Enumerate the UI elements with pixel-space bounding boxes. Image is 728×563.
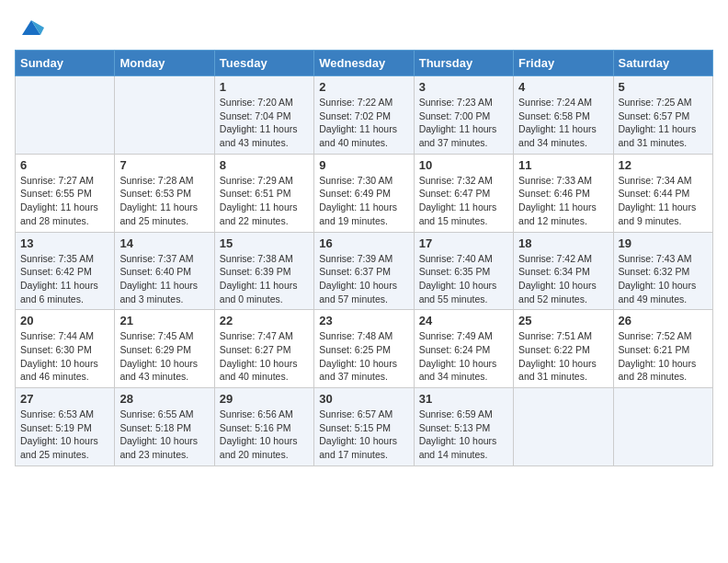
day-number: 20: [20, 314, 109, 327]
cell-text: Sunset: 6:27 PM: [220, 343, 309, 357]
cell-text: Sunset: 6:57 PM: [619, 109, 708, 123]
cell-text: Daylight: 10 hours and 40 minutes.: [220, 357, 309, 384]
week-row-1: 6Sunrise: 7:27 AMSunset: 6:55 PMDaylight…: [16, 154, 713, 232]
cell-text: Sunrise: 7:47 AM: [220, 329, 309, 343]
header-day-tuesday: Tuesday: [214, 51, 313, 76]
cell-text: Daylight: 11 hours and 9 minutes.: [619, 201, 708, 227]
page-header: [15, 15, 713, 40]
calendar-cell-4-3: 30Sunrise: 6:57 AMSunset: 5:15 PMDayligh…: [314, 388, 414, 466]
logo-icon: [18, 15, 44, 40]
week-row-2: 13Sunrise: 7:35 AMSunset: 6:42 PMDayligh…: [16, 232, 713, 310]
cell-text: Sunrise: 7:49 AM: [419, 329, 508, 343]
cell-text: Sunset: 6:34 PM: [518, 265, 608, 279]
cell-text: Daylight: 11 hours and 12 minutes.: [518, 201, 608, 227]
cell-text: Sunrise: 7:43 AM: [619, 252, 708, 266]
cell-text: Sunset: 6:40 PM: [119, 265, 209, 279]
calendar-cell-4-1: 28Sunrise: 6:55 AMSunset: 5:18 PMDayligh…: [115, 388, 214, 466]
day-number: 27: [20, 392, 109, 406]
calendar-cell-2-2: 15Sunrise: 7:38 AMSunset: 6:39 PMDayligh…: [214, 232, 313, 310]
day-number: 12: [619, 158, 708, 172]
calendar-cell-2-0: 13Sunrise: 7:35 AMSunset: 6:42 PMDayligh…: [16, 232, 115, 310]
calendar-cell-4-6: [613, 388, 712, 466]
calendar-cell-3-1: 21Sunrise: 7:45 AMSunset: 6:29 PMDayligh…: [115, 310, 214, 388]
calendar-cell-3-2: 22Sunrise: 7:47 AMSunset: 6:27 PMDayligh…: [214, 310, 313, 388]
day-number: 30: [319, 392, 408, 406]
day-number: 6: [20, 158, 109, 172]
cell-text: Sunrise: 7:42 AM: [518, 252, 608, 266]
cell-text: Sunrise: 7:48 AM: [319, 329, 408, 343]
calendar-cell-1-2: 8Sunrise: 7:29 AMSunset: 6:51 PMDaylight…: [214, 154, 313, 232]
cell-text: Sunset: 5:18 PM: [119, 421, 209, 435]
calendar-cell-2-5: 18Sunrise: 7:42 AMSunset: 6:34 PMDayligh…: [514, 232, 613, 310]
cell-text: Daylight: 11 hours and 34 minutes.: [518, 122, 608, 149]
day-number: 8: [220, 158, 309, 172]
cell-text: Sunrise: 7:37 AM: [119, 252, 209, 266]
cell-text: Sunrise: 7:52 AM: [619, 329, 708, 343]
calendar-cell-1-5: 11Sunrise: 7:33 AMSunset: 6:46 PMDayligh…: [514, 154, 613, 232]
day-number: 13: [20, 236, 109, 250]
calendar-cell-0-2: 1Sunrise: 7:20 AMSunset: 7:04 PMDaylight…: [214, 76, 313, 155]
cell-text: Sunset: 6:58 PM: [518, 109, 608, 123]
calendar-cell-3-6: 26Sunrise: 7:52 AMSunset: 6:21 PMDayligh…: [613, 310, 712, 388]
calendar-cell-0-3: 2Sunrise: 7:22 AMSunset: 7:02 PMDaylight…: [314, 76, 414, 155]
calendar-cell-1-3: 9Sunrise: 7:30 AMSunset: 6:49 PMDaylight…: [314, 154, 414, 232]
cell-text: Daylight: 11 hours and 22 minutes.: [220, 201, 309, 227]
day-number: 2: [319, 80, 408, 94]
cell-text: Sunrise: 6:56 AM: [220, 408, 309, 421]
cell-text: Daylight: 10 hours and 17 minutes.: [319, 434, 408, 461]
week-row-0: 1Sunrise: 7:20 AMSunset: 7:04 PMDaylight…: [16, 76, 713, 155]
day-number: 10: [419, 158, 508, 172]
calendar-cell-4-0: 27Sunrise: 6:53 AMSunset: 5:19 PMDayligh…: [16, 388, 115, 466]
calendar-cell-3-3: 23Sunrise: 7:48 AMSunset: 6:25 PMDayligh…: [314, 310, 414, 388]
cell-text: Daylight: 11 hours and 43 minutes.: [220, 122, 309, 149]
cell-text: Daylight: 10 hours and 55 minutes.: [419, 279, 508, 305]
cell-text: Daylight: 10 hours and 46 minutes.: [20, 357, 109, 384]
cell-text: Sunrise: 7:23 AM: [419, 96, 508, 109]
cell-text: Daylight: 10 hours and 52 minutes.: [518, 279, 608, 305]
week-row-4: 27Sunrise: 6:53 AMSunset: 5:19 PMDayligh…: [16, 388, 713, 466]
cell-text: Sunrise: 6:55 AM: [119, 408, 209, 421]
cell-text: Daylight: 10 hours and 25 minutes.: [20, 434, 109, 461]
cell-text: Sunset: 6:35 PM: [419, 265, 508, 279]
header-day-thursday: Thursday: [414, 51, 513, 76]
header-day-saturday: Saturday: [613, 51, 712, 76]
calendar-cell-1-6: 12Sunrise: 7:34 AMSunset: 6:44 PMDayligh…: [613, 154, 712, 232]
cell-text: Sunset: 6:32 PM: [619, 265, 708, 279]
cell-text: Daylight: 11 hours and 6 minutes.: [20, 279, 109, 305]
cell-text: Sunrise: 7:22 AM: [319, 96, 408, 109]
cell-text: Daylight: 10 hours and 49 minutes.: [619, 279, 708, 305]
day-number: 15: [220, 236, 309, 250]
logo: [15, 15, 44, 40]
calendar-cell-4-2: 29Sunrise: 6:56 AMSunset: 5:16 PMDayligh…: [214, 388, 313, 466]
calendar-cell-1-1: 7Sunrise: 7:28 AMSunset: 6:53 PMDaylight…: [115, 154, 214, 232]
day-number: 1: [220, 80, 309, 94]
cell-text: Daylight: 11 hours and 25 minutes.: [119, 201, 209, 227]
cell-text: Sunset: 7:04 PM: [220, 109, 309, 123]
cell-text: Sunset: 6:29 PM: [119, 343, 209, 357]
cell-text: Sunset: 6:49 PM: [319, 187, 408, 201]
cell-text: Sunset: 6:46 PM: [518, 187, 608, 201]
calendar-cell-2-6: 19Sunrise: 7:43 AMSunset: 6:32 PMDayligh…: [613, 232, 712, 310]
calendar-cell-4-4: 31Sunrise: 6:59 AMSunset: 5:13 PMDayligh…: [414, 388, 513, 466]
cell-text: Sunset: 5:19 PM: [20, 421, 109, 435]
calendar-cell-1-4: 10Sunrise: 7:32 AMSunset: 6:47 PMDayligh…: [414, 154, 513, 232]
cell-text: Sunrise: 7:51 AM: [518, 329, 608, 343]
cell-text: Sunrise: 7:32 AM: [419, 174, 508, 188]
cell-text: Sunset: 6:21 PM: [619, 343, 708, 357]
header-day-friday: Friday: [514, 51, 613, 76]
calendar-cell-0-5: 4Sunrise: 7:24 AMSunset: 6:58 PMDaylight…: [514, 76, 613, 155]
cell-text: Sunrise: 7:39 AM: [319, 252, 408, 266]
header-day-monday: Monday: [115, 51, 214, 76]
cell-text: Sunset: 6:30 PM: [20, 343, 109, 357]
cell-text: Sunset: 6:39 PM: [220, 265, 309, 279]
day-number: 3: [419, 80, 508, 94]
cell-text: Sunset: 6:37 PM: [319, 265, 408, 279]
day-number: 17: [419, 236, 508, 250]
cell-text: Sunrise: 7:24 AM: [518, 96, 608, 109]
calendar-table: SundayMondayTuesdayWednesdayThursdayFrid…: [15, 50, 713, 466]
cell-text: Sunrise: 7:44 AM: [20, 329, 109, 343]
cell-text: Daylight: 11 hours and 15 minutes.: [419, 201, 508, 227]
cell-text: Sunrise: 6:57 AM: [319, 408, 408, 421]
day-number: 18: [518, 236, 608, 250]
cell-text: Sunrise: 7:45 AM: [119, 329, 209, 343]
